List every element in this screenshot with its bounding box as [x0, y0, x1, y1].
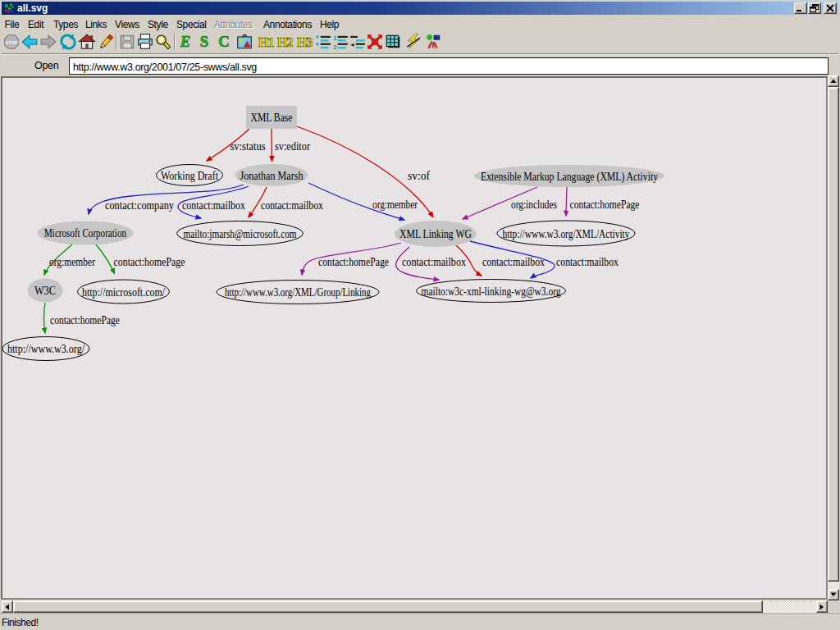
svg-text:H3: H3 [296, 34, 312, 50]
canvas-border-bottom [1, 598, 828, 600]
toolbar: STOPESCH1H2H312 [2, 31, 838, 53]
close-button[interactable] [824, 2, 837, 14]
graph-node-label-microsoft-corp: Microsoft Corporation [44, 226, 126, 240]
graph-edge-microsoft-corp-url-microsoft [96, 244, 115, 274]
horizontal-scrollbar-thumb[interactable] [13, 600, 763, 613]
graph-node-label-xml-linking-wg: XML Linking WG [399, 227, 472, 240]
horizontal-scrollbar-right-button[interactable] [816, 600, 828, 613]
menu-attributes[interactable]: Attributes [212, 18, 254, 31]
home-icon[interactable] [78, 33, 96, 51]
graph-edge-label: contact:mailbox [402, 255, 466, 268]
menu-file[interactable]: File [3, 18, 21, 31]
toolbar-separator [116, 34, 117, 50]
canvas-border-top [1, 76, 828, 78]
annotation-icon[interactable] [424, 33, 442, 51]
horizontal-scrollbar-track[interactable] [763, 600, 816, 613]
svg-text:E: E [180, 33, 190, 50]
graph-edge-label: sv:status [231, 139, 266, 153]
svg-text:C: C [218, 33, 230, 50]
numbered-list-icon[interactable]: 12 [331, 33, 349, 51]
graph-edge-label: contact:mailbox [182, 199, 245, 212]
h2-icon[interactable]: H2 [275, 33, 293, 51]
graph-node-label-xml-base: XML Base [251, 111, 293, 124]
menu-style[interactable]: Style [146, 18, 170, 31]
svg-text:STOP: STOP [5, 40, 18, 45]
dl-red-icon[interactable] [366, 33, 384, 51]
menu-annotations[interactable]: Annotations [262, 18, 313, 31]
stop-icon[interactable]: STOP [2, 33, 21, 51]
scroll-up-icon [830, 78, 837, 84]
vertical-scrollbar-track[interactable] [828, 582, 839, 589]
vertical-scrollbar-thumb[interactable] [828, 87, 839, 582]
address-bar: Open [2, 53, 838, 76]
graph-node-label-jonathan-marsh: Jonathan Marsh [240, 169, 304, 182]
horizontal-scrollbar-left-button[interactable] [2, 600, 13, 613]
reload-icon[interactable] [59, 33, 77, 51]
edit-pencil-icon[interactable] [97, 33, 115, 51]
scrollbar-corner [828, 600, 840, 613]
back-icon[interactable] [21, 33, 39, 51]
menu-bar: FileEditTypesLinksViewsStyleSpecialAttri… [2, 15, 838, 31]
window-title: all.svg [17, 2, 48, 14]
image-icon[interactable] [235, 33, 253, 51]
menu-views[interactable]: Views [113, 18, 141, 31]
svg-text:H2: H2 [277, 34, 293, 50]
menu-types[interactable]: Types [52, 18, 80, 31]
graph-node-label-working-draft: Working Draft [161, 169, 219, 182]
definition-list-icon[interactable] [349, 33, 367, 51]
scroll-down-icon [830, 591, 837, 598]
open-label: Open [34, 60, 58, 71]
table-icon[interactable] [384, 33, 402, 51]
find-icon[interactable] [154, 33, 172, 51]
graph-node-label-url-xml-activity: http://www.w3.org/XML/Activity [503, 227, 630, 240]
bullet-list-icon[interactable] [314, 33, 332, 51]
graph-edge-label: org:includes [511, 198, 557, 211]
graph-node-label-mailto-linking-wg: mailto:w3c-xml-linking-wg@w3.org [422, 285, 561, 298]
vertical-scrollbar-down-button[interactable] [828, 589, 839, 600]
link-lightning-icon[interactable] [404, 33, 422, 51]
menu-help[interactable]: Help [318, 18, 340, 31]
code-icon[interactable]: C [215, 33, 233, 51]
graph-node-label-url-microsoft: http://microsoft.com/ [82, 285, 166, 299]
menu-edit[interactable]: Edit [26, 18, 45, 31]
toolbar-separator [174, 34, 176, 50]
graph-edge-label: contact:homePage [114, 255, 185, 268]
canvas-border-left [1, 76, 2, 600]
graph-edge-label: sv:editor [275, 139, 310, 153]
scroll-left-icon [4, 604, 11, 610]
graph-edge-label: contact:homePage [570, 198, 640, 211]
h1-icon[interactable]: H1 [256, 33, 274, 51]
graph-edge-label: org:member [372, 198, 418, 211]
minimize-icon [796, 4, 806, 12]
print-icon[interactable] [136, 33, 154, 51]
graph-edge-w3c-url-w3org [44, 303, 46, 333]
minimize-button[interactable] [794, 2, 807, 14]
title-bar[interactable]: all.svg [2, 2, 838, 15]
graph-node-label-w3c: W3C [34, 284, 56, 297]
svg-text:1: 1 [333, 34, 337, 42]
close-icon [825, 4, 835, 12]
forward-icon[interactable] [39, 33, 57, 51]
app-icon [3, 2, 15, 14]
vertical-scrollbar-up-button[interactable] [828, 75, 839, 87]
h3-icon[interactable]: H3 [294, 33, 313, 51]
graph-edge-label: sv:of [408, 169, 430, 182]
graph-node-label-url-group-linking: http://www.w3.org/XML/Group/Linking [225, 285, 371, 299]
status-bar: Finished! [0, 614, 840, 630]
graph-edge-xml-base-jonathan-marsh [272, 129, 272, 162]
status-text: Finished! [2, 617, 39, 628]
graph-node-label-xml-activity-org: Extensible Markup Language (XML) Activit… [481, 170, 658, 184]
graph-node-label-mailto-jmarsh: mailto:jmarsh@microsoft.com [184, 227, 297, 240]
menu-special[interactable]: Special [175, 18, 208, 31]
strong-icon[interactable]: S [195, 33, 213, 51]
graph-edge-label: contact:mailbox [261, 199, 323, 212]
document-canvas[interactable]: sv:statussv:editorsv:ofcontact:companyco… [2, 78, 826, 598]
graph-edge-label: contact:homePage [318, 255, 389, 268]
save-icon[interactable] [118, 33, 136, 51]
graph-edge-label: contact:homePage [50, 313, 120, 326]
menu-links[interactable]: Links [84, 18, 108, 31]
rdf-graph: sv:statussv:editorsv:ofcontact:companyco… [2, 78, 826, 598]
url-input[interactable] [69, 57, 829, 75]
emphasis-icon[interactable]: E [176, 33, 194, 51]
restore-button[interactable] [808, 2, 821, 14]
